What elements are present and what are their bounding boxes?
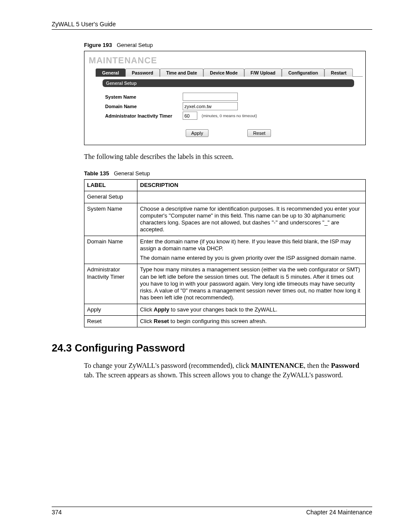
cell-desc: Choose a descriptive name for identifica…: [137, 203, 366, 236]
cell-desc: Click Reset to begin configuring this sc…: [137, 315, 366, 327]
cell-label: Reset: [84, 315, 137, 327]
section-body-paragraph: To change your ZyWALL's password (recomm…: [84, 361, 368, 380]
label-system-name: System Name: [105, 94, 183, 100]
cell-desc: Type how many minutes a management sessi…: [137, 264, 366, 304]
tab-general[interactable]: General: [96, 68, 125, 77]
cell-label: System Name: [84, 203, 137, 236]
reset-button[interactable]: Reset: [247, 129, 271, 137]
header-title: ZyWALL 5 User's Guide: [52, 21, 372, 30]
tab-password[interactable]: Password: [125, 68, 160, 77]
table-row: Apply Click Apply to save your changes b…: [84, 304, 366, 315]
cell-label: General Setup: [84, 191, 137, 203]
figure-box: MAINTENANCE General Password Time and Da…: [84, 51, 366, 145]
th-description: DESCRIPTION: [137, 180, 366, 191]
figure-title: General Setup: [117, 42, 153, 48]
section-bar-general-setup: General Setup: [103, 79, 354, 87]
cell-desc: Click Apply to save your changes back to…: [137, 304, 366, 315]
tab-fw-upload[interactable]: F/W Upload: [244, 68, 282, 77]
input-domain-name[interactable]: [183, 102, 238, 110]
page-footer: 374 Chapter 24 Maintenance: [52, 507, 372, 516]
chapter-label: Chapter 24 Maintenance: [306, 509, 372, 516]
cell-desc: [137, 191, 366, 203]
table-row: General Setup: [84, 191, 366, 203]
figure-caption: Figure 193 General Setup: [84, 42, 372, 48]
table-title: General Setup: [114, 170, 150, 177]
table-row: Domain Name Enter the domain name (if yo…: [84, 236, 366, 264]
figure-number: Figure 193: [84, 42, 112, 48]
table-caption: Table 135 General Setup: [84, 170, 372, 177]
input-admin-inactivity-timer[interactable]: [183, 112, 197, 120]
table-number: Table 135: [84, 170, 109, 177]
tab-restart[interactable]: Restart: [324, 68, 353, 77]
tab-time-and-date[interactable]: Time and Date: [160, 68, 204, 77]
label-admin-inactivity-timer: Administrator Inactivity Timer: [105, 113, 183, 118]
table-general-setup: LABEL DESCRIPTION General Setup System N…: [84, 179, 366, 327]
apply-button[interactable]: Apply: [186, 129, 209, 137]
label-domain-name: Domain Name: [105, 104, 183, 109]
input-system-name[interactable]: [183, 93, 238, 101]
tabs-row: General Password Time and Date Device Mo…: [96, 68, 363, 77]
th-label: LABEL: [84, 180, 137, 191]
table-row: Administrator Inactivity Timer Type how …: [84, 264, 366, 304]
maintenance-title: MAINTENANCE: [89, 56, 363, 65]
section-heading-configuring-password: 24.3 Configuring Password: [52, 342, 372, 354]
cell-label: Apply: [84, 304, 137, 315]
hint-admin-inactivity-timer: (minutes, 0 means no timeout): [202, 113, 257, 118]
cell-desc: Enter the domain name (if you know it) h…: [137, 236, 366, 264]
tab-configuration[interactable]: Configuration: [282, 68, 324, 77]
table-row: Reset Click Reset to begin configuring t…: [84, 315, 366, 327]
page-number: 374: [52, 509, 62, 516]
tab-device-mode[interactable]: Device Mode: [203, 68, 244, 77]
table-row: System Name Choose a descriptive name fo…: [84, 203, 366, 236]
intro-paragraph: The following table describes the labels…: [84, 153, 372, 161]
cell-label: Domain Name: [84, 236, 137, 264]
cell-label: Administrator Inactivity Timer: [84, 264, 137, 304]
